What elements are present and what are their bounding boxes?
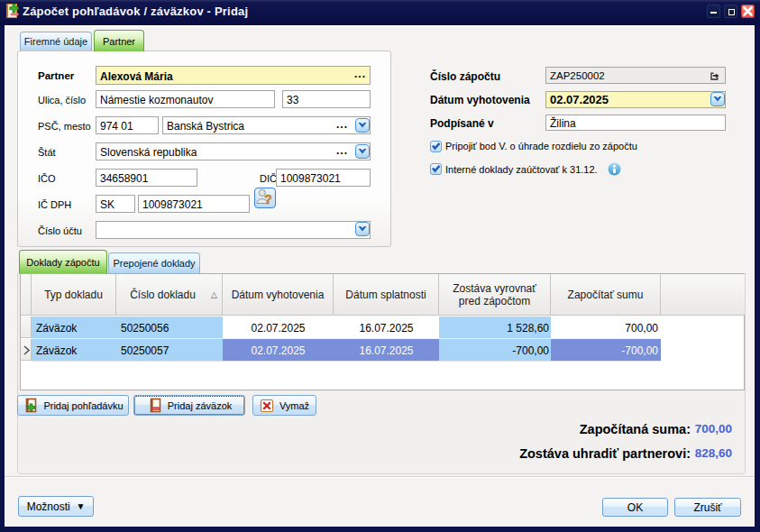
svg-text:?: ? (264, 192, 272, 206)
